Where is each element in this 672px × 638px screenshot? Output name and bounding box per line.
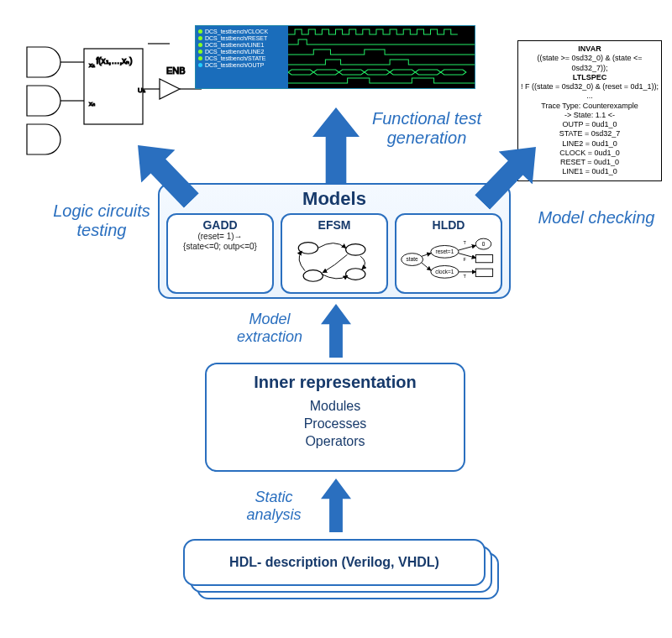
label-static-analysis: Static analysis — [234, 489, 314, 523]
inner-representation-box: Inner representation Modules Processes O… — [205, 363, 465, 472]
arrow-up-icon — [321, 304, 351, 358]
inner-rep-line: Operators — [207, 434, 464, 449]
svg-text:F: F — [464, 257, 467, 262]
waveform-signal-name: DCS_testbench/LINE1 — [205, 42, 264, 48]
svg-text:U₁: U₁ — [138, 86, 145, 94]
mc-invar-keyword: INVAR — [520, 44, 659, 54]
svg-text:reset=1: reset=1 — [436, 248, 454, 254]
label-model-checking: Model checking — [538, 208, 655, 227]
inner-rep-title: Inner representation — [207, 373, 464, 392]
mc-line: OUTP = 0ud1_0 — [520, 120, 659, 129]
models-title: Models — [166, 188, 502, 210]
models-box: Models GADD (reset= 1)→ {state<=0; outp<… — [158, 183, 511, 299]
svg-text:clock=1: clock=1 — [435, 269, 454, 275]
svg-text:state: state — [407, 256, 418, 262]
model-efsm: EFSM — [281, 213, 388, 294]
waveform-signal-name: DCS_testbench/RESET — [205, 35, 267, 41]
waveform-signal-name: DCS_testbench/OUTP — [205, 62, 264, 68]
svg-text:xₙ: xₙ — [89, 100, 95, 107]
waveform-signal-name: DCS_testbench/CLOCK — [205, 29, 268, 34]
model-gadd: GADD (reset= 1)→ {state<=0; outp<=0} — [166, 213, 274, 294]
model-efsm-title: EFSM — [284, 218, 385, 232]
waveform-viewer: DCS_testbench/CLOCK DCS_testbench/RESET … — [195, 25, 475, 89]
svg-text:T: T — [464, 240, 467, 245]
mc-line: STATE = 0sd32_7 — [520, 129, 659, 139]
hdl-title: HDL- description (Verilog, VHDL) — [229, 555, 439, 570]
mc-line: -> State: 1.1 <- — [520, 111, 659, 120]
mc-line: LINE2 = 0ud1_0 — [520, 139, 659, 149]
svg-point-11 — [303, 270, 323, 282]
hdl-card-front: HDL- description (Verilog, VHDL) — [183, 539, 486, 586]
svg-rect-17 — [475, 255, 492, 263]
waveform-traces — [288, 26, 475, 88]
model-gadd-line: {state<=0; outp<=0} — [170, 242, 270, 252]
waveform-signal-name: DCS_testbench/STATE — [205, 55, 266, 61]
mc-line: Trace Type: Counterexample — [520, 102, 659, 111]
svg-point-12 — [346, 269, 365, 280]
mc-line: ... — [520, 92, 659, 101]
mc-line: LINE1 = 0ud1_0 — [520, 167, 659, 176]
svg-text:x₁: x₁ — [89, 61, 95, 69]
model-gadd-title: GADD — [170, 218, 270, 232]
model-gadd-line: (reset= 1)→ — [170, 232, 270, 242]
mc-line: CLOCK = 0ud1_0 — [520, 149, 659, 158]
model-checking-output: INVAR ((state >= 0sd32_0) & (state <= 0s… — [517, 40, 662, 181]
model-hldd-title: HLDD — [398, 218, 499, 232]
logic-circuit-diagram: f(x₁,…,xₙ) x₁ xₙ U₁ ENB — [22, 40, 215, 158]
model-hldd: HLDD state reset=1 — [395, 213, 502, 294]
svg-point-10 — [346, 244, 365, 256]
circuit-fbox-label: f(x₁,…,xₙ) — [97, 56, 133, 65]
mc-line: RESET = 0ud1_0 — [520, 158, 659, 167]
inner-rep-line: Modules — [207, 399, 464, 414]
label-func-test-gen: Functional test generation — [351, 109, 502, 148]
svg-text:0: 0 — [482, 241, 486, 247]
inner-rep-line: Processes — [207, 416, 464, 431]
mc-line: ! F ((state = 0sd32_0) & (reset = 0d1_1)… — [520, 82, 659, 92]
mc-ltlspec-keyword: LTLSPEC — [520, 73, 659, 82]
arrow-up-icon — [321, 478, 351, 532]
waveform-signal-list: DCS_testbench/CLOCK DCS_testbench/RESET … — [196, 26, 288, 88]
circuit-enb-label: ENB — [166, 65, 186, 76]
svg-text:T: T — [464, 274, 467, 279]
svg-rect-18 — [475, 269, 492, 276]
mc-line: ((state >= 0sd32_0) & (state <= 0sd32_7)… — [520, 54, 659, 73]
label-logic-testing: Logic circuits testing — [39, 201, 165, 240]
label-model-extraction: Model extraction — [223, 311, 316, 345]
waveform-signal-name: DCS_testbench/LINE2 — [205, 49, 264, 55]
